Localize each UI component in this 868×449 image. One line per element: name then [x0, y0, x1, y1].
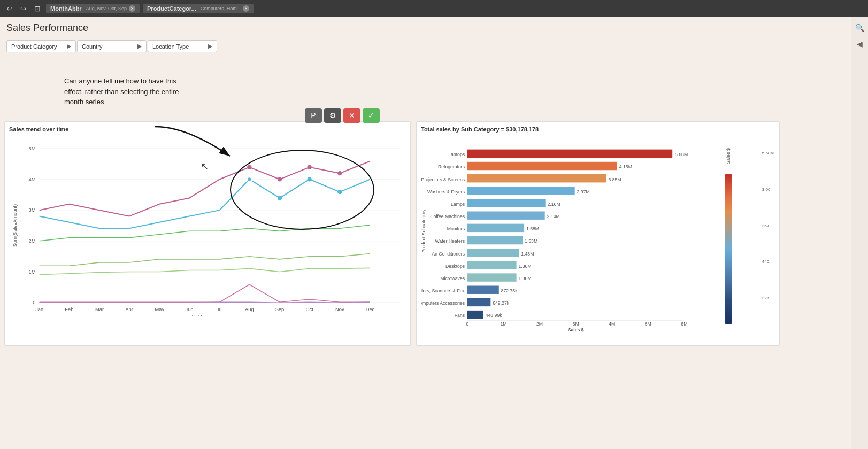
svg-text:Oct: Oct: [305, 307, 313, 312]
tab-monthabbr-sublabel: Aug, Nov, Oct, Sep: [86, 6, 127, 11]
tab-monthabbr[interactable]: MonthAbbr Aug, Nov, Oct, Sep ×: [46, 4, 140, 13]
svg-text:4M: 4M: [29, 177, 36, 182]
toolbar-btn-settings[interactable]: ⚙: [324, 108, 341, 123]
comment-bubble: Can anyone tell me how to have this effe…: [64, 76, 193, 107]
svg-text:6M: 6M: [681, 321, 687, 327]
svg-text:5.68M: 5.68M: [675, 152, 688, 157]
svg-text:Dec: Dec: [366, 307, 375, 312]
line-series-2: [40, 179, 370, 228]
svg-text:May: May: [155, 307, 165, 312]
svg-text:5M: 5M: [645, 321, 651, 327]
svg-text:4.15M: 4.15M: [619, 164, 632, 169]
right-sidebar: 🔍 ◀: [851, 17, 868, 449]
svg-text:Sum(SalesAmount): Sum(SalesAmount): [12, 204, 18, 247]
svg-text:Printers, Scanners & Fax: Printers, Scanners & Fax: [421, 288, 465, 293]
search-icon[interactable]: 🔍: [853, 21, 866, 34]
filter-country[interactable]: Country ▶: [77, 40, 147, 52]
bar-microwaves: [467, 273, 517, 281]
svg-text:Feb: Feb: [65, 307, 73, 312]
legend-min: 32K: [762, 296, 774, 300]
filter-product-category[interactable]: Product Category ▶: [6, 40, 76, 52]
home-icon[interactable]: ⊡: [32, 3, 43, 14]
svg-text:Nov: Nov: [335, 307, 344, 312]
toolbar-btn-p[interactable]: P: [305, 108, 322, 123]
svg-text:3M: 3M: [29, 207, 36, 213]
bar-airconditioners: [467, 249, 519, 257]
svg-text:3M: 3M: [573, 321, 579, 327]
filter-bar: Product Category ▶ Country ▶ Location Ty…: [6, 40, 844, 52]
filter-product-category-label: Product Category: [11, 43, 57, 50]
svg-text:3.85M: 3.85M: [608, 177, 621, 182]
legend-mid2: 35k: [762, 223, 774, 228]
svg-text:Jul: Jul: [217, 307, 223, 312]
svg-text:0: 0: [466, 321, 468, 327]
svg-text:Product Subcategory: Product Subcategory: [421, 209, 426, 253]
chart-toolbar: P ⚙ ✕ ✓: [305, 108, 380, 123]
legend-labels: 5.68M 3.06! 35k 440.! 32K: [762, 151, 774, 300]
legend-mid3: 440.!: [762, 259, 774, 264]
toolbar-btn-cancel[interactable]: ✕: [343, 108, 360, 123]
filter-country-arrow: ▶: [137, 43, 142, 50]
svg-text:MonthAbbr , ProductCategoryNam: MonthAbbr , ProductCategoryName: [181, 315, 259, 316]
svg-text:1.43M: 1.43M: [521, 251, 534, 257]
legend-max: 5.68M: [762, 151, 774, 156]
dot-series1-sep: [278, 177, 282, 181]
left-panel: Sales Performance Product Category ▶ Cou…: [0, 17, 851, 449]
legend-gradient: [725, 174, 732, 324]
filter-location-type-arrow: ▶: [208, 43, 212, 50]
bar-waterheaters: [467, 236, 523, 244]
comment-text: Can anyone tell me how to have this effe…: [64, 77, 179, 106]
legend-container: Sales $ 5.68M 3.06! 35k 440.! 32K: [725, 140, 732, 332]
tab-productcategory-close[interactable]: ×: [243, 5, 249, 12]
filter-location-type[interactable]: Location Type ▶: [148, 40, 217, 52]
svg-text:2M: 2M: [29, 238, 36, 244]
svg-text:448.99k: 448.99k: [486, 313, 503, 318]
settings-icon: ⚙: [329, 111, 336, 120]
svg-text:Aug: Aug: [245, 307, 254, 312]
tab-monthabbr-close[interactable]: ×: [129, 5, 135, 12]
svg-text:5M: 5M: [29, 146, 36, 151]
bar-refrigerators: [467, 162, 617, 170]
back-icon[interactable]: ↩: [4, 3, 15, 14]
bar-projectors: [467, 174, 606, 182]
svg-text:1.36M: 1.36M: [518, 276, 531, 281]
cancel-icon: ✕: [349, 111, 355, 120]
top-toolbar: ↩ ↪ ⊡ MonthAbbr Aug, Nov, Oct, Sep × Pro…: [0, 0, 868, 17]
svg-text:Coffee Machines: Coffee Machines: [430, 214, 465, 219]
svg-text:1.36M: 1.36M: [518, 264, 531, 269]
bar-printers: [467, 286, 499, 294]
line-series-4: [40, 254, 370, 266]
svg-text:1.53M: 1.53M: [525, 238, 537, 244]
line-series-3: [40, 225, 370, 241]
dot-series1-aug: [247, 165, 251, 169]
svg-text:Laptops: Laptops: [448, 152, 465, 157]
forward-icon[interactable]: ↪: [18, 3, 29, 14]
svg-text:Jan: Jan: [35, 307, 43, 312]
svg-text:0: 0: [33, 300, 35, 305]
bar-accessories: [467, 298, 490, 306]
confirm-icon: ✓: [368, 111, 374, 120]
svg-text:Computers Accessories: Computers Accessories: [421, 300, 465, 306]
bar-coffee: [467, 211, 545, 219]
svg-text:Sales $: Sales $: [568, 327, 584, 332]
toolbar-btn-confirm[interactable]: ✓: [363, 108, 380, 123]
tab-productcategory[interactable]: ProductCategor... Computers, Hom... ×: [143, 4, 254, 13]
bar-washers: [467, 187, 575, 195]
svg-text:Washers & Dryers: Washers & Dryers: [427, 189, 465, 195]
svg-text:2.16M: 2.16M: [548, 202, 560, 207]
svg-text:2.97M: 2.97M: [577, 189, 590, 195]
right-chart-svg: Laptops 5.68M Refrigerators 4.15M Projec…: [421, 135, 720, 332]
line-series-6: [40, 284, 370, 302]
svg-text:Microwaves: Microwaves: [440, 276, 465, 281]
svg-text:1M: 1M: [29, 269, 36, 275]
svg-text:Sep: Sep: [275, 307, 285, 312]
dot-series1-nov: [337, 171, 342, 175]
bar-fans: [467, 311, 483, 319]
svg-text:Projectors & Screens: Projectors & Screens: [421, 177, 465, 182]
svg-text:872.75k: 872.75k: [501, 288, 518, 293]
right-chart-title: Total sales by Sub Category = $30,178,17…: [421, 126, 775, 133]
filter-country-label: Country: [82, 43, 103, 50]
collapse-icon[interactable]: ◀: [855, 37, 865, 50]
svg-text:Mar: Mar: [95, 307, 104, 312]
svg-text:1.58M: 1.58M: [526, 226, 539, 231]
